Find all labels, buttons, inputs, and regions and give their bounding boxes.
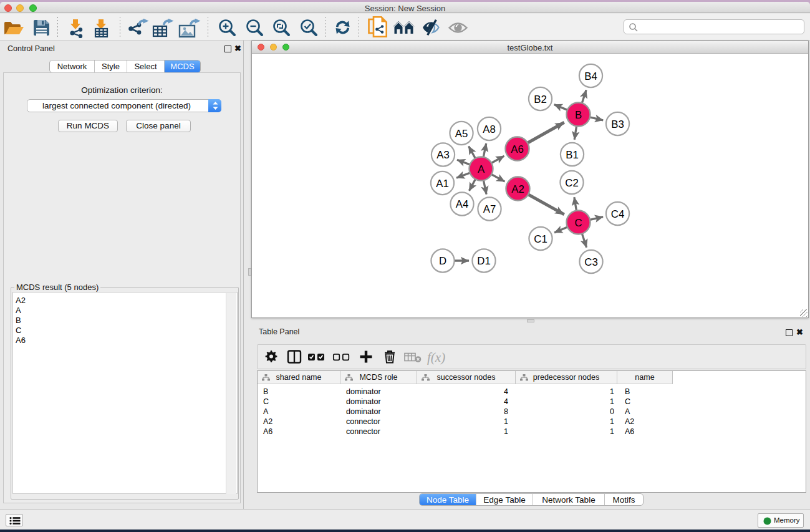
svg-text:D: D — [439, 255, 446, 267]
svg-text:A5: A5 — [455, 128, 468, 140]
svg-text:A: A — [478, 163, 485, 175]
svg-text:A7: A7 — [483, 203, 496, 215]
svg-text:B2: B2 — [534, 94, 547, 105]
svg-text:C2: C2 — [565, 177, 578, 189]
svg-text:A6: A6 — [511, 143, 524, 155]
svg-text:C4: C4 — [611, 208, 624, 220]
svg-text:B1: B1 — [566, 149, 579, 161]
svg-text:B: B — [575, 109, 582, 121]
svg-text:A2: A2 — [511, 183, 524, 195]
svg-text:A1: A1 — [436, 178, 449, 190]
svg-text:D1: D1 — [477, 255, 490, 267]
svg-text:A8: A8 — [483, 123, 496, 135]
svg-text:f(x): f(x) — [427, 350, 445, 365]
svg-text:C3: C3 — [584, 256, 597, 268]
svg-text:C1: C1 — [534, 233, 547, 245]
svg-text:B3: B3 — [611, 118, 624, 130]
svg-text:A3: A3 — [436, 149, 450, 161]
svg-text:C: C — [574, 217, 582, 229]
svg-text:A4: A4 — [456, 198, 469, 210]
svg-text:B4: B4 — [584, 70, 597, 82]
